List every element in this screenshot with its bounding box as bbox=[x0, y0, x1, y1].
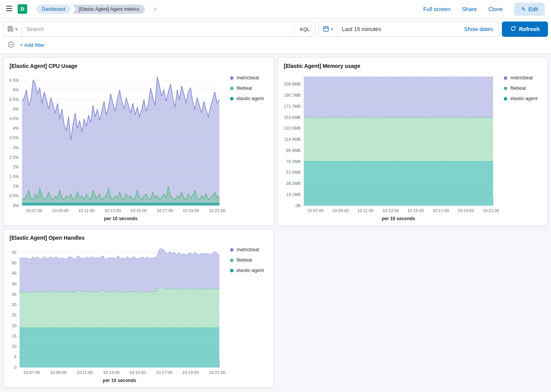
svg-text:6%: 6% bbox=[13, 87, 19, 92]
svg-text:10:15:00: 10:15:00 bbox=[408, 208, 424, 213]
date-picker: ▾ Last 15 minutes Show dates bbox=[319, 21, 499, 37]
breadcrumb: Dashboard [Elastic Agent] Agent metrics bbox=[36, 5, 145, 14]
panel-title: [Elastic Agent] Memory usage bbox=[284, 63, 541, 69]
svg-text:4%: 4% bbox=[13, 126, 19, 130]
legend-item-metricbeat[interactable]: metricbeat bbox=[230, 247, 271, 252]
legend-label: elastic-agent bbox=[510, 96, 538, 101]
legend-item-filebeat[interactable]: filebeat bbox=[504, 86, 544, 91]
svg-text:10:11:00: 10:11:00 bbox=[77, 370, 93, 375]
space-avatar[interactable]: D bbox=[18, 4, 27, 14]
app-header: D Dashboard [Elastic Agent] Agent metric… bbox=[0, 0, 551, 18]
open-handles-svg: 051015202530354045505510:07:0010:09:0010… bbox=[7, 244, 222, 384]
filter-options-button[interactable] bbox=[8, 41, 15, 49]
legend-label: elastic-agent bbox=[237, 268, 264, 273]
svg-text:10:11:00: 10:11:00 bbox=[357, 208, 373, 213]
svg-text:10:13:00: 10:13:00 bbox=[103, 370, 120, 375]
legend-dot bbox=[504, 76, 507, 80]
save-query-icon bbox=[7, 26, 13, 33]
svg-text:10:17:00: 10:17:00 bbox=[156, 370, 173, 375]
refresh-button[interactable]: Refresh bbox=[502, 21, 548, 37]
legend-label: filebeat bbox=[237, 86, 252, 91]
circle-minus-icon bbox=[8, 41, 15, 49]
query-bar: ▾ KQL bbox=[3, 21, 316, 37]
show-dates-button[interactable]: Show dates bbox=[459, 26, 498, 32]
svg-text:2%: 2% bbox=[13, 165, 19, 169]
svg-text:10:21:00: 10:21:00 bbox=[209, 208, 225, 213]
svg-text:10:07:00: 10:07:00 bbox=[23, 370, 40, 375]
header-actions: Full screen Share Clone ✎ Edit bbox=[423, 3, 545, 16]
svg-text:1%: 1% bbox=[13, 184, 19, 188]
svg-text:10:07:00: 10:07:00 bbox=[26, 208, 42, 213]
time-range-value[interactable]: Last 15 minutes bbox=[337, 26, 459, 32]
svg-text:10: 10 bbox=[12, 344, 16, 349]
legend-item-filebeat[interactable]: filebeat bbox=[230, 257, 271, 263]
dashboard-grid: [Elastic Agent] CPU Usage 0%0.5%1%1.5%2%… bbox=[0, 54, 551, 392]
legend-item-elastic-agent[interactable]: elastic-agent bbox=[230, 96, 271, 101]
cpu-usage-svg: 0%0.5%1%1.5%2%2.5%3%3.5%4%4.5%5%5.5%6%6.… bbox=[7, 72, 222, 222]
svg-text:10:19:00: 10:19:00 bbox=[183, 370, 199, 375]
legend-dot bbox=[230, 259, 234, 262]
date-picker-button[interactable]: ▾ bbox=[319, 22, 337, 36]
svg-text:30: 30 bbox=[12, 302, 16, 307]
panel-title: [Elastic Agent] CPU Usage bbox=[10, 63, 268, 69]
share-button[interactable]: Share bbox=[462, 6, 477, 12]
query-toolbar: ▾ KQL ▾ Last 15 minutes Show dates Refre… bbox=[0, 18, 551, 54]
svg-text:3.5%: 3.5% bbox=[9, 135, 19, 140]
full-screen-button[interactable]: Full screen bbox=[423, 6, 451, 12]
kql-button[interactable]: KQL bbox=[294, 22, 315, 36]
svg-text:50: 50 bbox=[12, 260, 16, 265]
memory-usage-chart[interactable]: 0B19.1MB38.1MB57.2MB76.3MB95.4MB114.4MB1… bbox=[281, 72, 495, 222]
search-input[interactable] bbox=[22, 26, 294, 32]
edit-button[interactable]: ✎ Edit bbox=[514, 3, 545, 16]
svg-text:95.4MB: 95.4MB bbox=[286, 148, 301, 153]
svg-text:per 10 seconds: per 10 seconds bbox=[103, 378, 137, 383]
open-handles-chart[interactable]: 051015202530354045505510:07:0010:09:0010… bbox=[7, 244, 222, 384]
legend-dot bbox=[230, 76, 234, 80]
svg-text:76.3MB: 76.3MB bbox=[286, 159, 301, 164]
panel-memory-usage: [Elastic Agent] Memory usage 0B19.1MB38.… bbox=[277, 57, 548, 226]
legend-item-metricbeat[interactable]: metricbeat bbox=[230, 75, 271, 81]
chart-legend: metricbeatfilebeatelastic-agent bbox=[222, 247, 271, 384]
svg-text:per 10 seconds: per 10 seconds bbox=[382, 216, 415, 221]
saved-check-icon: ✓ bbox=[153, 6, 158, 13]
legend-label: metricbeat bbox=[237, 75, 259, 81]
menu-button[interactable] bbox=[5, 4, 14, 14]
svg-text:5.5%: 5.5% bbox=[9, 97, 19, 102]
chevron-down-icon: ▾ bbox=[15, 27, 18, 32]
legend-item-elastic-agent[interactable]: elastic-agent bbox=[230, 268, 271, 273]
svg-text:209.8MB: 209.8MB bbox=[284, 82, 301, 86]
svg-text:10:09:00: 10:09:00 bbox=[332, 208, 349, 213]
svg-text:3%: 3% bbox=[13, 145, 19, 150]
svg-text:10:17:00: 10:17:00 bbox=[157, 208, 173, 213]
legend-dot bbox=[504, 87, 507, 90]
svg-text:25: 25 bbox=[12, 313, 16, 317]
svg-text:57.2MB: 57.2MB bbox=[286, 170, 301, 175]
add-filter-button[interactable]: + Add filter bbox=[20, 42, 44, 48]
memory-usage-svg: 0B19.1MB38.1MB57.2MB76.3MB95.4MB114.4MB1… bbox=[281, 72, 495, 222]
svg-text:10:13:00: 10:13:00 bbox=[382, 208, 399, 213]
cpu-usage-chart[interactable]: 0%0.5%1%1.5%2%2.5%3%3.5%4%4.5%5%5.5%6%6.… bbox=[7, 72, 222, 222]
breadcrumb-current-dashboard[interactable]: [Elastic Agent] Agent metrics bbox=[72, 5, 145, 14]
svg-text:0.5%: 0.5% bbox=[9, 193, 19, 198]
legend-item-filebeat[interactable]: filebeat bbox=[230, 86, 271, 91]
legend-label: elastic-agent bbox=[237, 96, 264, 101]
legend-item-metricbeat[interactable]: metricbeat bbox=[504, 75, 544, 81]
pencil-icon: ✎ bbox=[521, 6, 526, 12]
svg-text:171.7MB: 171.7MB bbox=[284, 104, 301, 109]
breadcrumb-dashboard[interactable]: Dashboard bbox=[36, 5, 68, 14]
saved-query-button[interactable]: ▾ bbox=[3, 22, 22, 36]
svg-text:10:07:00: 10:07:00 bbox=[307, 208, 324, 213]
legend-item-elastic-agent[interactable]: elastic-agent bbox=[504, 96, 544, 101]
svg-text:4.5%: 4.5% bbox=[9, 116, 19, 121]
svg-text:40: 40 bbox=[12, 282, 16, 286]
edit-button-label: Edit bbox=[528, 6, 538, 12]
clone-button[interactable]: Clone bbox=[488, 6, 503, 12]
svg-text:5%: 5% bbox=[13, 107, 19, 111]
svg-text:0: 0 bbox=[14, 365, 16, 370]
svg-text:20: 20 bbox=[12, 323, 16, 328]
legend-dot bbox=[230, 97, 234, 100]
panel-cpu-usage: [Elastic Agent] CPU Usage 0%0.5%1%1.5%2%… bbox=[3, 57, 274, 226]
refresh-button-label: Refresh bbox=[519, 26, 540, 32]
legend-label: metricbeat bbox=[510, 75, 533, 81]
svg-text:10:17:00: 10:17:00 bbox=[433, 208, 449, 213]
